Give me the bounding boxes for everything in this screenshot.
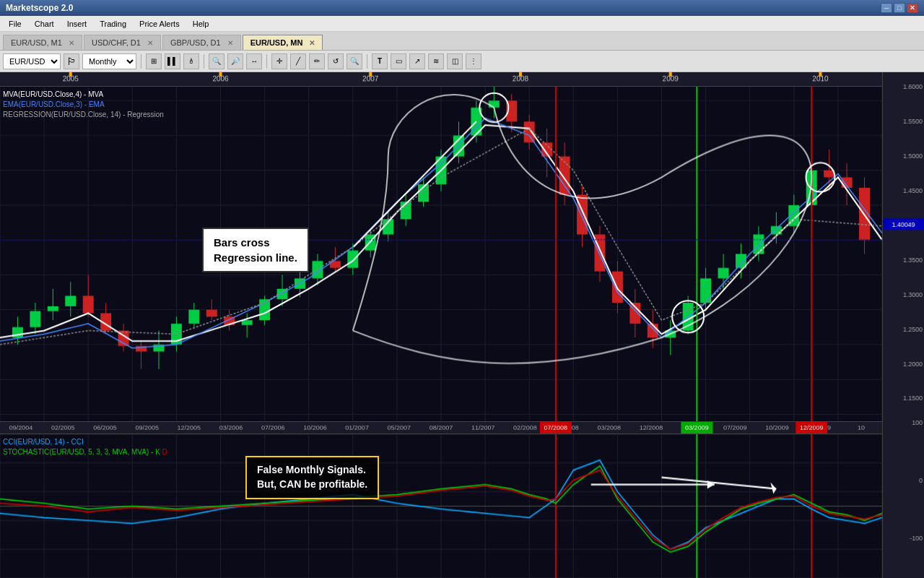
zoom-icon[interactable]: ⊞ — [146, 53, 162, 69]
false-signals-annotation: False Monthly Signals.But, CAN be profit… — [245, 456, 379, 499]
price-axis — [882, 72, 924, 578]
stoch-legend: STOCHASTIC(EUR/USD, 5, 3, 3, MVA, MVA) -… — [3, 447, 167, 457]
time-axis-middle — [0, 421, 882, 434]
trend-icon[interactable]: ↗ — [409, 53, 425, 69]
tab-eurusd-m1[interactable]: EUR/USD, M1 ✕ — [3, 35, 82, 50]
close-button[interactable]: ✕ — [907, 3, 918, 13]
cci-legend: CCI(EUR/USD, 14) - CCI — [3, 437, 167, 447]
time-axis-top — [0, 72, 882, 87]
tab-eurusd-mn[interactable]: EUR/USD, MN ✕ — [243, 35, 323, 50]
separator — [367, 54, 367, 69]
ema-legend: EMA(EUR/USD.Close,3) - EMA — [3, 100, 164, 110]
mva-legend: MVA(EUR/USD.Close,4) - MVA — [3, 90, 164, 100]
flag-icon[interactable]: 🏳 — [64, 53, 79, 69]
menu-insert[interactable]: Insert — [61, 18, 93, 30]
upper-chart-container[interactable]: MVA(EUR/USD.Close,4) - MVA EMA(EUR/USD.C… — [0, 87, 882, 421]
menu-price-alerts[interactable]: Price Alerts — [134, 18, 186, 30]
toolbar: EUR/USD USD/CHF GBP/USD 🏳 Monthly D1 H4 … — [0, 51, 924, 72]
refresh-icon[interactable]: ↺ — [328, 53, 344, 69]
rect-icon[interactable]: ▭ — [391, 53, 406, 69]
chart-area: MVA(EUR/USD.Close,4) - MVA EMA(EUR/USD.C… — [0, 72, 924, 578]
titlebar: Marketscope 2.0 ─ □ ✕ — [0, 0, 924, 16]
magnify-icon[interactable]: 🔍 — [209, 53, 225, 69]
maximize-button[interactable]: □ — [894, 3, 905, 13]
regression-legend: REGRESSION(EUR/USD.Close, 14) - Regressi… — [3, 110, 164, 120]
tab-gbpusd-d1[interactable]: GBP/USD, D1 ✕ — [162, 35, 241, 50]
tab-close-icon[interactable]: ✕ — [69, 39, 74, 47]
chart-and-time: MVA(EUR/USD.Close,4) - MVA EMA(EUR/USD.C… — [0, 72, 882, 578]
search-icon[interactable]: 🔍 — [346, 53, 362, 69]
menubar: File Chart Insert Trading Price Alerts H… — [0, 16, 924, 32]
indicators-legend: MVA(EUR/USD.Close,4) - MVA EMA(EUR/USD.C… — [3, 90, 164, 120]
tabbar: EUR/USD, M1 ✕ USD/CHF, D1 ✕ GBP/USD, D1 … — [0, 32, 924, 51]
separator — [141, 54, 141, 69]
bars-cross-annotation: Bars crossRegression line. — [202, 228, 309, 272]
zoom-out-icon[interactable]: 🔎 — [227, 53, 243, 69]
settings-icon[interactable]: ⋮ — [466, 53, 481, 69]
menu-trading[interactable]: Trading — [94, 18, 132, 30]
scroll-icon[interactable]: ↔ — [246, 53, 262, 69]
tab-close-icon[interactable]: ✕ — [227, 39, 233, 47]
tab-close-icon[interactable]: ✕ — [309, 39, 315, 47]
charts-canvas-area[interactable]: MVA(EUR/USD.Close,4) - MVA EMA(EUR/USD.C… — [0, 87, 882, 578]
separator — [204, 54, 204, 69]
lower-legend: CCI(EUR/USD, 14) - CCI STOCHASTIC(EUR/US… — [3, 437, 167, 457]
app-title: Marketscope 2.0 — [6, 3, 73, 13]
tab-usdchf-d1[interactable]: USD/CHF, D1 ✕ — [84, 35, 161, 50]
bar-chart-icon[interactable]: ▌▌ — [165, 53, 180, 69]
tab-close-icon[interactable]: ✕ — [147, 39, 153, 47]
indicator-icon[interactable]: ≋ — [428, 53, 444, 69]
window-controls[interactable]: ─ □ ✕ — [881, 3, 918, 13]
timeframe-selector[interactable]: Monthly D1 H4 H1 M15 M5 M1 — [82, 53, 136, 69]
menu-chart[interactable]: Chart — [29, 18, 60, 30]
separator — [266, 54, 267, 69]
lower-chart-container[interactable]: CCI(EUR/USD, 14) - CCI STOCHASTIC(EUR/US… — [0, 434, 882, 578]
menu-file[interactable]: File — [3, 18, 27, 30]
crosshair-icon[interactable]: ✛ — [271, 53, 287, 69]
candle-icon[interactable]: 🕯 — [183, 53, 199, 69]
minimize-button[interactable]: ─ — [881, 3, 892, 13]
pair-selector[interactable]: EUR/USD USD/CHF GBP/USD — [3, 53, 61, 69]
pen-icon[interactable]: ✏ — [309, 53, 325, 69]
eraser-icon[interactable]: ◫ — [447, 53, 463, 69]
text-icon[interactable]: T — [372, 53, 388, 69]
menu-help[interactable]: Help — [187, 18, 215, 30]
line-icon[interactable]: ╱ — [290, 53, 306, 69]
